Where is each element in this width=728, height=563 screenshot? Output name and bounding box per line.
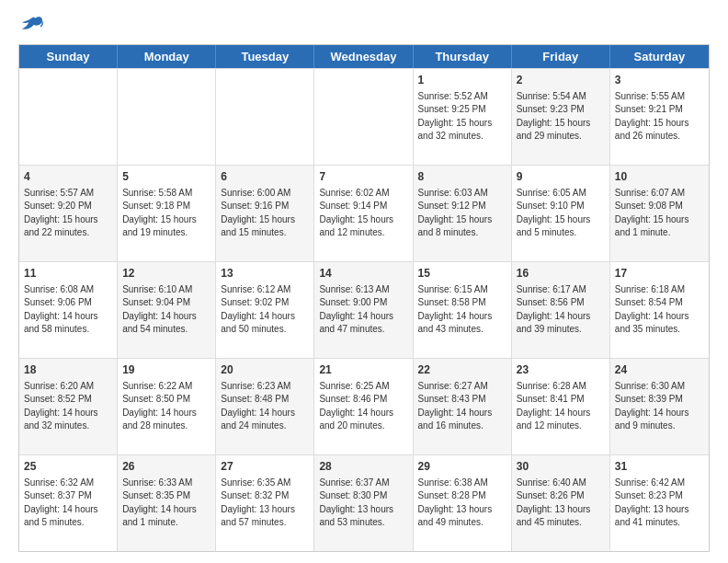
header-day-sunday: Sunday	[19, 45, 118, 68]
calendar-day-9: 9Sunrise: 6:05 AMSunset: 9:10 PMDaylight…	[512, 166, 610, 261]
calendar-day-3: 3Sunrise: 5:55 AMSunset: 9:21 PMDaylight…	[610, 69, 709, 165]
header-day-monday: Monday	[118, 45, 216, 68]
day-number: 29	[418, 459, 506, 475]
calendar-day-23: 23Sunrise: 6:28 AMSunset: 8:41 PMDayligh…	[512, 359, 610, 454]
calendar-day-10: 10Sunrise: 6:07 AMSunset: 9:08 PMDayligh…	[610, 166, 709, 261]
calendar-day-1: 1Sunrise: 5:52 AMSunset: 9:25 PMDaylight…	[414, 69, 512, 165]
day-info: Sunrise: 5:58 AMSunset: 9:18 PMDaylight:…	[122, 187, 210, 240]
calendar-body: 1Sunrise: 5:52 AMSunset: 9:25 PMDaylight…	[19, 68, 709, 551]
day-info: Sunrise: 6:13 AMSunset: 9:00 PMDaylight:…	[319, 283, 407, 337]
calendar: SundayMondayTuesdayWednesdayThursdayFrid…	[18, 44, 710, 552]
calendar-row-2: 4Sunrise: 5:57 AMSunset: 9:20 PMDaylight…	[19, 165, 709, 261]
calendar-row-4: 18Sunrise: 6:20 AMSunset: 8:52 PMDayligh…	[19, 358, 709, 454]
calendar-day-24: 24Sunrise: 6:30 AMSunset: 8:39 PMDayligh…	[610, 359, 709, 454]
calendar-day-31: 31Sunrise: 6:42 AMSunset: 8:23 PMDayligh…	[610, 455, 709, 551]
calendar-day-12: 12Sunrise: 6:10 AMSunset: 9:04 PMDayligh…	[118, 262, 216, 358]
calendar-row-1: 1Sunrise: 5:52 AMSunset: 9:25 PMDaylight…	[19, 68, 709, 165]
day-info: Sunrise: 5:57 AMSunset: 9:20 PMDaylight:…	[24, 187, 112, 240]
day-number: 14	[319, 266, 407, 282]
day-number: 1	[418, 73, 506, 88]
header-day-friday: Friday	[512, 45, 610, 68]
day-info: Sunrise: 6:08 AMSunset: 9:06 PMDaylight:…	[24, 283, 112, 337]
day-number: 10	[615, 169, 704, 185]
day-number: 22	[418, 362, 506, 378]
day-number: 4	[24, 169, 112, 185]
day-info: Sunrise: 6:32 AMSunset: 8:37 PMDaylight:…	[24, 477, 112, 530]
day-number: 23	[517, 362, 605, 378]
page: SundayMondayTuesdayWednesdayThursdayFrid…	[0, 0, 728, 563]
day-number: 30	[517, 459, 605, 475]
day-number: 13	[221, 266, 309, 282]
calendar-day-4: 4Sunrise: 5:57 AMSunset: 9:20 PMDaylight…	[19, 166, 118, 261]
day-info: Sunrise: 6:33 AMSunset: 8:35 PMDaylight:…	[122, 477, 210, 530]
day-info: Sunrise: 6:22 AMSunset: 8:50 PMDaylight:…	[122, 380, 210, 433]
calendar-day-26: 26Sunrise: 6:33 AMSunset: 8:35 PMDayligh…	[118, 455, 216, 551]
day-info: Sunrise: 6:03 AMSunset: 9:12 PMDaylight:…	[418, 187, 506, 240]
calendar-empty-cell	[314, 69, 413, 165]
calendar-row-3: 11Sunrise: 6:08 AMSunset: 9:06 PMDayligh…	[19, 261, 709, 358]
calendar-day-7: 7Sunrise: 6:02 AMSunset: 9:14 PMDaylight…	[314, 166, 413, 261]
calendar-empty-cell	[19, 69, 118, 165]
calendar-day-14: 14Sunrise: 6:13 AMSunset: 9:00 PMDayligh…	[314, 262, 413, 358]
day-info: Sunrise: 6:35 AMSunset: 8:32 PMDaylight:…	[221, 477, 309, 530]
calendar-day-25: 25Sunrise: 6:32 AMSunset: 8:37 PMDayligh…	[19, 455, 118, 551]
day-number: 21	[319, 362, 407, 378]
day-info: Sunrise: 6:28 AMSunset: 8:41 PMDaylight:…	[517, 380, 605, 433]
calendar-day-27: 27Sunrise: 6:35 AMSunset: 8:32 PMDayligh…	[216, 455, 314, 551]
calendar-day-19: 19Sunrise: 6:22 AMSunset: 8:50 PMDayligh…	[118, 359, 216, 454]
day-number: 18	[24, 362, 112, 378]
day-number: 16	[517, 266, 605, 282]
day-info: Sunrise: 6:30 AMSunset: 8:39 PMDaylight:…	[615, 380, 704, 433]
day-info: Sunrise: 6:23 AMSunset: 8:48 PMDaylight:…	[221, 380, 309, 433]
calendar-day-21: 21Sunrise: 6:25 AMSunset: 8:46 PMDayligh…	[314, 359, 413, 454]
day-number: 17	[615, 266, 704, 282]
logo-bird-icon	[18, 15, 44, 35]
day-number: 5	[122, 169, 210, 185]
day-number: 28	[319, 459, 407, 475]
day-info: Sunrise: 6:18 AMSunset: 8:54 PMDaylight:…	[615, 283, 704, 337]
calendar-day-8: 8Sunrise: 6:03 AMSunset: 9:12 PMDaylight…	[414, 166, 512, 261]
day-info: Sunrise: 6:17 AMSunset: 8:56 PMDaylight:…	[517, 283, 605, 337]
calendar-day-18: 18Sunrise: 6:20 AMSunset: 8:52 PMDayligh…	[19, 359, 118, 454]
header-day-thursday: Thursday	[414, 45, 512, 68]
calendar-day-15: 15Sunrise: 6:15 AMSunset: 8:58 PMDayligh…	[414, 262, 512, 358]
calendar-day-2: 2Sunrise: 5:54 AMSunset: 9:23 PMDaylight…	[512, 69, 610, 165]
calendar-day-17: 17Sunrise: 6:18 AMSunset: 8:54 PMDayligh…	[610, 262, 709, 358]
day-number: 12	[122, 266, 210, 282]
day-info: Sunrise: 6:40 AMSunset: 8:26 PMDaylight:…	[517, 477, 605, 530]
day-info: Sunrise: 6:20 AMSunset: 8:52 PMDaylight:…	[24, 380, 112, 433]
header-day-tuesday: Tuesday	[216, 45, 314, 68]
calendar-row-5: 25Sunrise: 6:32 AMSunset: 8:37 PMDayligh…	[19, 454, 709, 551]
header-day-saturday: Saturday	[610, 45, 709, 68]
day-number: 19	[122, 362, 210, 378]
day-info: Sunrise: 6:02 AMSunset: 9:14 PMDaylight:…	[319, 187, 407, 240]
calendar-empty-cell	[118, 69, 216, 165]
day-number: 3	[615, 73, 704, 88]
calendar-day-13: 13Sunrise: 6:12 AMSunset: 9:02 PMDayligh…	[216, 262, 314, 358]
day-info: Sunrise: 6:10 AMSunset: 9:04 PMDaylight:…	[122, 283, 210, 337]
day-info: Sunrise: 6:00 AMSunset: 9:16 PMDaylight:…	[221, 187, 309, 240]
day-number: 7	[319, 169, 407, 185]
calendar-day-22: 22Sunrise: 6:27 AMSunset: 8:43 PMDayligh…	[414, 359, 512, 454]
day-number: 8	[418, 169, 506, 185]
calendar-day-6: 6Sunrise: 6:00 AMSunset: 9:16 PMDaylight…	[216, 166, 314, 261]
header-day-wednesday: Wednesday	[314, 45, 413, 68]
day-info: Sunrise: 5:54 AMSunset: 9:23 PMDaylight:…	[517, 90, 605, 144]
day-info: Sunrise: 6:27 AMSunset: 8:43 PMDaylight:…	[418, 380, 506, 433]
day-info: Sunrise: 6:12 AMSunset: 9:02 PMDaylight:…	[221, 283, 309, 337]
day-number: 27	[221, 459, 309, 475]
day-number: 15	[418, 266, 506, 282]
header	[18, 15, 710, 35]
day-info: Sunrise: 6:37 AMSunset: 8:30 PMDaylight:…	[319, 477, 407, 530]
day-number: 2	[517, 73, 605, 88]
day-number: 31	[615, 459, 704, 475]
calendar-day-29: 29Sunrise: 6:38 AMSunset: 8:28 PMDayligh…	[414, 455, 512, 551]
day-info: Sunrise: 6:07 AMSunset: 9:08 PMDaylight:…	[615, 187, 704, 240]
day-number: 25	[24, 459, 112, 475]
day-info: Sunrise: 6:42 AMSunset: 8:23 PMDaylight:…	[615, 477, 704, 530]
day-number: 24	[615, 362, 704, 378]
day-info: Sunrise: 6:05 AMSunset: 9:10 PMDaylight:…	[517, 187, 605, 240]
calendar-day-11: 11Sunrise: 6:08 AMSunset: 9:06 PMDayligh…	[19, 262, 118, 358]
logo	[18, 15, 50, 35]
day-info: Sunrise: 6:38 AMSunset: 8:28 PMDaylight:…	[418, 477, 506, 530]
